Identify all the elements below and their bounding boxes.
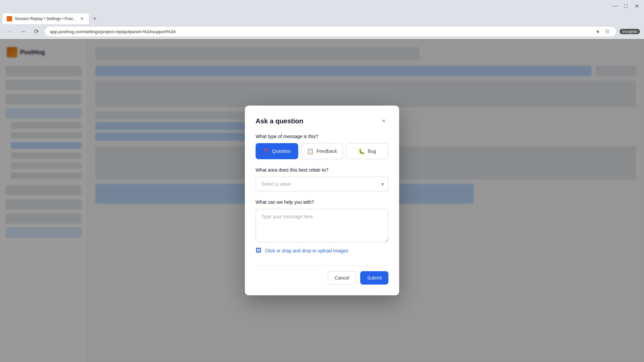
message-textarea[interactable] xyxy=(256,209,388,242)
question-label: Question xyxy=(272,148,291,154)
tab-favicon xyxy=(7,16,12,21)
maximize-button[interactable]: □ xyxy=(621,1,631,11)
message-label: What can we help you with? xyxy=(256,199,388,205)
upload-label: Click or drag and drop to upload images xyxy=(265,248,348,253)
dialog-header: Ask a question × xyxy=(256,116,388,126)
dialog-title: Ask a question xyxy=(256,117,303,125)
type-question-button[interactable]: ❓ Question xyxy=(256,143,298,159)
message-type-label: What type of message is this? xyxy=(256,134,388,139)
bug-icon: 🐛 xyxy=(358,148,365,155)
type-feedback-button[interactable]: 📋 Feedback xyxy=(301,143,343,159)
tab-close-button[interactable]: ✕ xyxy=(79,16,85,22)
browser-chrome: — □ ✕ Session Replay • Settings • Post..… xyxy=(0,0,644,39)
browser-right-controls: Incognito xyxy=(620,29,640,34)
area-select[interactable]: Select a value xyxy=(256,177,388,191)
tab-title: Session Replay • Settings • Post... xyxy=(15,16,76,21)
url-text: app.posthog.com/settings/project-replay#… xyxy=(50,29,591,34)
browser-titlebar: — □ ✕ xyxy=(0,0,644,12)
message-type-section: What type of message is this? ❓ Question… xyxy=(256,134,388,159)
area-section: What area does this best relate to? Sele… xyxy=(256,167,388,191)
active-tab[interactable]: Session Replay • Settings • Post... ✕ xyxy=(3,13,89,24)
dialog-divider xyxy=(256,265,388,266)
submit-button[interactable]: Submit xyxy=(360,271,388,285)
close-button[interactable]: ✕ xyxy=(632,1,641,11)
area-select-wrapper: Select a value xyxy=(256,177,388,191)
reload-button[interactable]: ⟳ xyxy=(31,26,42,37)
dialog-footer: Cancel Submit xyxy=(256,271,388,285)
dialog-close-button[interactable]: × xyxy=(379,116,388,126)
message-type-group: ❓ Question 📋 Feedback 🐛 Bug xyxy=(256,143,388,159)
upload-icon: 🖼 xyxy=(256,247,262,254)
area-label: What area does this best relate to? xyxy=(256,167,388,173)
minimize-button[interactable]: — xyxy=(610,1,620,11)
question-icon: ❓ xyxy=(263,148,269,155)
address-icons: ★ ☷ xyxy=(594,27,611,36)
tab-bar: Session Replay • Settings • Post... ✕ + xyxy=(0,12,644,24)
back-button[interactable]: ← xyxy=(4,26,15,37)
new-tab-button[interactable]: + xyxy=(90,14,100,23)
message-section: What can we help you with? 🖼 Click or dr… xyxy=(256,199,388,257)
bookmark-button[interactable]: ★ xyxy=(594,27,602,36)
feedback-icon: 📋 xyxy=(307,148,314,155)
modal-overlay: Ask a question × What type of message is… xyxy=(0,39,644,362)
bug-label: Bug xyxy=(368,148,376,154)
upload-area[interactable]: 🖼 Click or drag and drop to upload image… xyxy=(256,244,388,257)
extension-button[interactable]: ☷ xyxy=(603,27,611,36)
feedback-label: Feedback xyxy=(316,148,337,154)
forward-button[interactable]: → xyxy=(17,26,28,37)
window-controls: — □ ✕ xyxy=(610,1,641,11)
address-bar-row: ← → ⟳ app.posthog.com/settings/project-r… xyxy=(0,24,644,39)
incognito-badge[interactable]: Incognito xyxy=(620,29,640,34)
type-bug-button[interactable]: 🐛 Bug xyxy=(346,143,388,159)
address-bar[interactable]: app.posthog.com/settings/project-replay#… xyxy=(44,26,617,37)
cancel-button[interactable]: Cancel xyxy=(328,271,357,285)
dialog: Ask a question × What type of message is… xyxy=(245,106,399,295)
